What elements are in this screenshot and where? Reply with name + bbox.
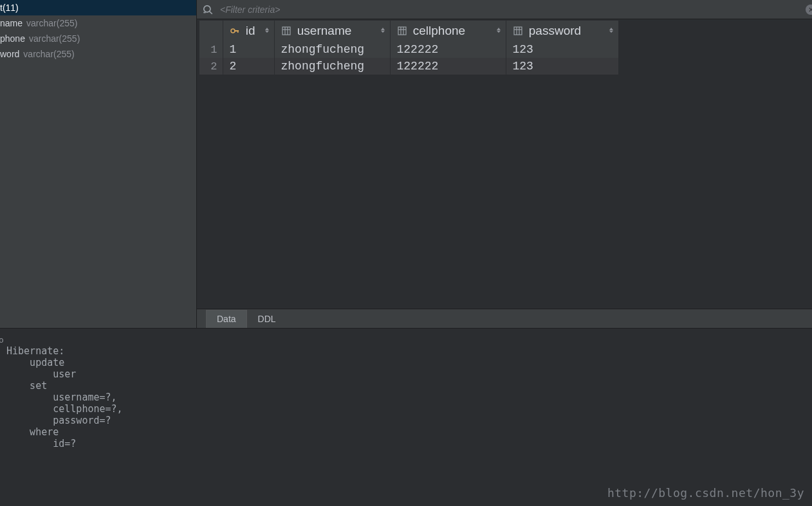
cell-id[interactable]: 2 — [223, 58, 274, 75]
schema-col-password[interactable]: word varchar(255) — [0, 46, 196, 62]
svg-rect-14 — [398, 27, 406, 35]
close-icon[interactable]: ✕ — [806, 5, 812, 15]
column-icon — [513, 26, 523, 36]
col-header-label: password — [529, 24, 581, 37]
filter-input[interactable] — [220, 5, 807, 15]
result-grid: id username — [197, 19, 812, 309]
bottom-tab-bar: Data DDL — [197, 309, 812, 328]
svg-marker-19 — [497, 31, 501, 33]
sort-icon[interactable] — [495, 26, 502, 35]
filter-bar: ✕ — [197, 0, 812, 19]
col-header-label: id — [246, 24, 255, 37]
col-header-label: username — [297, 24, 352, 37]
col-header-password[interactable]: password — [506, 21, 618, 41]
schema-col-id[interactable]: t(11) — [0, 0, 196, 15]
column-icon — [281, 26, 291, 36]
console-text: Hibernate: update user set username=?, c… — [0, 345, 812, 449]
cell-username[interactable]: zhongfucheng — [274, 58, 390, 75]
console-marker: o — [0, 335, 4, 345]
svg-marker-18 — [497, 28, 501, 30]
tab-ddl[interactable]: DDL — [247, 310, 287, 328]
svg-line-1 — [210, 11, 212, 14]
svg-point-0 — [204, 5, 210, 12]
col-name-fragment: phone — [0, 33, 25, 44]
col-type: varchar(255) — [29, 33, 80, 44]
col-type: varchar(255) — [26, 18, 77, 28]
svg-marker-24 — [609, 28, 613, 30]
cell-cellphone[interactable]: 122222 — [390, 58, 506, 75]
svg-rect-20 — [514, 27, 522, 35]
key-icon — [230, 26, 240, 36]
col-header-label: cellphone — [413, 24, 465, 37]
cell-password[interactable]: 123 — [506, 58, 618, 75]
data-view: ✕ id — [197, 0, 812, 328]
col-header-cellphone[interactable]: cellphone — [390, 21, 506, 41]
col-name-fragment: word — [0, 49, 19, 59]
col-header-id[interactable]: id — [223, 21, 274, 41]
svg-rect-5 — [237, 30, 239, 33]
sort-icon[interactable] — [608, 26, 614, 35]
table-row[interactable]: 1 1 zhongfucheng 122222 123 — [199, 41, 618, 58]
column-icon — [397, 26, 407, 36]
cell-username[interactable]: zhongfucheng — [274, 41, 390, 58]
search-icon[interactable] — [202, 4, 214, 15]
watermark: http://blog.csdn.net/hon_3y — [607, 486, 804, 500]
sort-icon[interactable] — [264, 26, 270, 35]
col-header-username[interactable]: username — [274, 21, 390, 41]
svg-marker-13 — [381, 31, 385, 33]
grid-corner — [199, 21, 223, 41]
table-row[interactable]: 2 2 zhongfucheng 122222 123 — [199, 58, 618, 75]
schema-column-list: t(11) name varchar(255) phone varchar(25… — [0, 0, 197, 328]
col-name-fragment: t(11) — [0, 3, 19, 13]
col-name-fragment: name — [0, 18, 23, 28]
svg-rect-8 — [282, 27, 290, 35]
sort-icon[interactable] — [380, 26, 386, 35]
svg-marker-25 — [609, 31, 613, 33]
svg-marker-12 — [381, 28, 385, 30]
tab-data[interactable]: Data — [206, 310, 247, 328]
svg-marker-6 — [265, 28, 269, 30]
row-number: 1 — [199, 41, 223, 58]
row-number: 2 — [199, 58, 223, 75]
schema-col-username[interactable]: name varchar(255) — [0, 15, 196, 31]
schema-col-cellphone[interactable]: phone varchar(255) — [0, 31, 196, 46]
cell-id[interactable]: 1 — [223, 41, 274, 58]
cell-password[interactable]: 123 — [506, 41, 618, 58]
sql-console: o Hibernate: update user set username=?,… — [0, 328, 812, 506]
col-type: varchar(255) — [23, 49, 74, 59]
cell-cellphone[interactable]: 122222 — [390, 41, 506, 58]
svg-marker-7 — [265, 31, 269, 33]
